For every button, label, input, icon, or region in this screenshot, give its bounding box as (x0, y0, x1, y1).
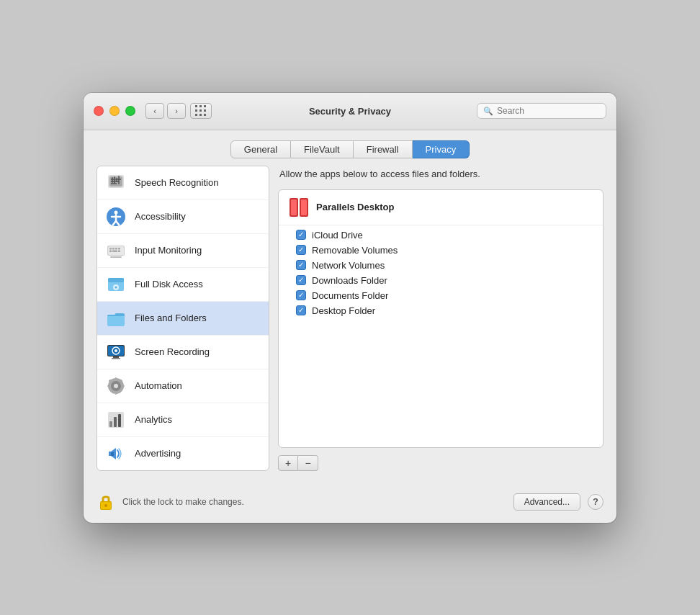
advanced-button[interactable]: Advanced... (513, 493, 580, 511)
svg-rect-52 (291, 199, 297, 215)
sidebar-item-full-disk-access[interactable]: Full Disk Access (97, 268, 269, 302)
sidebar-label-advertising: Advertising (135, 448, 181, 459)
checkbox-row-documents: ✓ Documents Folder (296, 290, 593, 301)
checkbox-downloads[interactable]: ✓ (296, 275, 306, 285)
lock-icon[interactable] (97, 493, 115, 511)
forward-button[interactable]: › (167, 103, 186, 119)
svg-rect-7 (116, 178, 117, 182)
svg-point-56 (104, 504, 107, 507)
lock-text: Click the lock to make changes. (122, 497, 506, 507)
remove-button[interactable]: − (298, 455, 318, 471)
sidebar-item-automation[interactable]: Automation (97, 369, 269, 403)
sidebar-item-analytics[interactable]: Analytics (97, 403, 269, 437)
checkbox-desktop[interactable]: ✓ (296, 305, 306, 315)
minimize-button[interactable] (109, 106, 120, 116)
content-area: Speech Recognition Accessibility (84, 166, 616, 484)
grid-icon (195, 105, 207, 117)
checkbox-list: ✓ iCloud Drive ✓ Removable Volumes ✓ Net… (279, 225, 603, 326)
svg-rect-18 (112, 248, 115, 250)
sidebar-item-screen-recording[interactable]: Screen Recording (97, 336, 269, 369)
full-disk-access-icon (106, 274, 126, 295)
svg-rect-46 (109, 421, 112, 427)
checkbox-label-downloads: Downloads Folder (312, 275, 387, 286)
sidebar-item-speech-recognition[interactable]: Speech Recognition (97, 166, 269, 200)
svg-rect-5 (112, 177, 113, 183)
svg-rect-40 (115, 392, 117, 395)
traffic-lights (94, 106, 135, 116)
checkbox-network[interactable]: ✓ (296, 260, 306, 270)
analytics-icon (106, 410, 126, 430)
sidebar-item-advertising[interactable]: Advertising (97, 437, 269, 470)
close-button[interactable] (94, 106, 104, 116)
sidebar-label-accessibility: Accessibility (135, 211, 186, 222)
svg-rect-17 (109, 248, 112, 250)
sidebar-label-files-and-folders: Files and Folders (135, 313, 207, 323)
footer: Click the lock to make changes. Advanced… (84, 484, 616, 523)
svg-rect-48 (118, 414, 121, 427)
sidebar-item-accessibility[interactable]: Accessibility (97, 200, 269, 234)
speech-recognition-icon (106, 173, 126, 193)
tabs-bar: General FileVault Firewall Privacy (84, 130, 616, 166)
checkbox-removable[interactable]: ✓ (296, 245, 306, 255)
tab-firewall[interactable]: Firewall (354, 140, 413, 158)
add-button[interactable]: + (278, 455, 298, 471)
checkbox-row-icloud: ✓ iCloud Drive (296, 230, 593, 241)
accessibility-icon (106, 207, 126, 227)
svg-rect-21 (109, 250, 112, 252)
sidebar-item-files-and-folders[interactable]: Files and Folders (97, 302, 269, 336)
svg-rect-22 (112, 250, 117, 252)
svg-rect-23 (118, 250, 120, 252)
svg-rect-53 (301, 199, 307, 215)
search-box[interactable]: 🔍 (477, 103, 606, 119)
app-header: Parallels Desktop (279, 190, 603, 225)
svg-rect-26 (108, 278, 124, 282)
checkbox-label-network: Network Volumes (312, 260, 385, 271)
sidebar-label-automation: Automation (135, 380, 182, 391)
maximize-button[interactable] (125, 106, 135, 116)
nav-buttons: ‹ › (145, 103, 186, 119)
sidebar-item-input-monitoring[interactable]: Input Monitoring (97, 234, 269, 268)
checkbox-row-removable: ✓ Removable Volumes (296, 245, 593, 256)
tab-filevault[interactable]: FileVault (291, 140, 354, 158)
search-icon: 🔍 (483, 107, 493, 116)
back-button[interactable]: ‹ (145, 103, 164, 119)
files-and-folders-icon (106, 308, 126, 328)
bottom-buttons: + − (278, 455, 603, 471)
description-text: Allow the apps below to access files and… (278, 166, 603, 182)
checkbox-label-icloud: iCloud Drive (312, 230, 363, 241)
parallels-app-icon (289, 197, 309, 217)
checkbox-label-documents: Documents Folder (312, 290, 388, 301)
svg-point-28 (115, 286, 117, 288)
search-input[interactable] (497, 106, 600, 116)
checkbox-documents[interactable]: ✓ (296, 290, 306, 300)
window-title: Security & Privacy (309, 106, 391, 117)
svg-rect-20 (118, 248, 120, 250)
svg-rect-39 (115, 377, 117, 380)
svg-rect-19 (115, 248, 117, 250)
sidebar-label-screen-recording: Screen Recording (135, 346, 210, 357)
main-panel: Allow the apps below to access files and… (278, 166, 603, 471)
svg-rect-41 (107, 385, 110, 387)
grid-button[interactable] (190, 103, 212, 119)
sidebar: Speech Recognition Accessibility (97, 166, 269, 471)
svg-rect-32 (113, 356, 119, 358)
input-monitoring-icon (106, 241, 126, 261)
tab-privacy[interactable]: Privacy (413, 140, 470, 158)
checkbox-row-downloads: ✓ Downloads Folder (296, 275, 593, 286)
advertising-icon (106, 444, 126, 464)
sidebar-label-analytics: Analytics (135, 414, 172, 425)
sidebar-label-speech-recognition: Speech Recognition (135, 177, 218, 188)
main-window: ‹ › Security & Privacy 🔍 General FileVau… (84, 93, 616, 523)
svg-rect-49 (111, 452, 114, 456)
checkbox-row-network: ✓ Network Volumes (296, 260, 593, 271)
apps-list-container: Parallels Desktop ✓ iCloud Drive ✓ Remov… (278, 189, 603, 448)
svg-point-38 (114, 384, 118, 388)
svg-rect-8 (118, 176, 120, 184)
tab-general[interactable]: General (230, 140, 291, 158)
svg-point-35 (115, 349, 117, 352)
help-button[interactable]: ? (588, 494, 603, 510)
checkbox-label-desktop: Desktop Folder (312, 305, 375, 316)
svg-rect-6 (114, 176, 115, 184)
svg-rect-24 (110, 256, 122, 258)
checkbox-icloud[interactable]: ✓ (296, 230, 306, 240)
